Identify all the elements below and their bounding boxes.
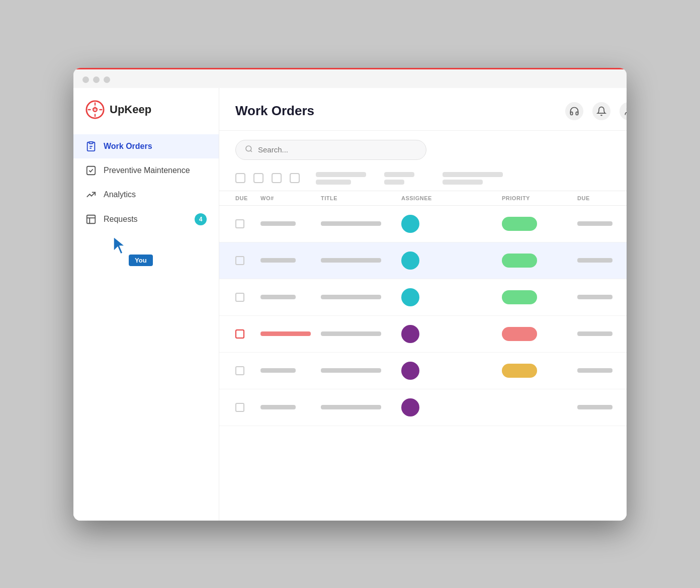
assignee-dot-3 xyxy=(401,288,419,306)
col-wo: WO# xyxy=(260,195,321,201)
table-row[interactable] xyxy=(219,389,627,426)
row-title-1 xyxy=(321,221,381,226)
table-row[interactable] xyxy=(219,316,627,353)
filter-checkbox-3[interactable] xyxy=(272,173,282,183)
sidebar-label-work-orders: Work Orders xyxy=(104,142,152,151)
row-title-3 xyxy=(321,295,381,299)
window-dot-maximize[interactable] xyxy=(104,76,110,83)
table-header: DUE WO# TITLE ASSIGNEE PRIORITY DUE xyxy=(219,191,627,206)
svg-rect-6 xyxy=(87,215,96,223)
row-checkbox-5[interactable] xyxy=(235,366,244,375)
row-title-2 xyxy=(321,258,381,263)
window-dot-close[interactable] xyxy=(82,76,89,83)
filter-checkbox-2[interactable] xyxy=(253,173,264,183)
row-priority-5 xyxy=(502,364,537,378)
clipboard-icon xyxy=(85,141,97,152)
user-icon xyxy=(624,106,627,116)
row-wo-2 xyxy=(260,258,296,263)
row-due-2 xyxy=(577,258,612,263)
row-wo-1 xyxy=(260,221,296,226)
row-priority-2 xyxy=(502,254,537,268)
row-wo-5 xyxy=(260,368,296,373)
sidebar-label-analytics: Analytics xyxy=(104,190,136,199)
requests-badge: 4 xyxy=(195,213,207,225)
row-due-5 xyxy=(577,368,612,373)
window-dot-minimize[interactable] xyxy=(93,76,100,83)
title-bar xyxy=(73,68,627,88)
row-checkbox-1[interactable] xyxy=(235,219,244,228)
row-checkbox-6[interactable] xyxy=(235,403,244,412)
assignee-dot-6 xyxy=(401,398,419,416)
filter-checkbox-1[interactable] xyxy=(235,173,245,183)
row-assignee-2 xyxy=(401,251,502,270)
sidebar-label-preventive-maintenance: Preventive Maintenence xyxy=(104,166,190,175)
sidebar-item-work-orders[interactable]: Work Orders xyxy=(73,134,219,158)
logo-text: UpKeep xyxy=(110,103,151,116)
row-priority-4 xyxy=(502,327,537,341)
row-assignee-6 xyxy=(401,398,502,416)
row-priority-6 xyxy=(502,400,537,414)
search-icon xyxy=(245,145,253,155)
row-priority-1 xyxy=(502,217,537,231)
sidebar-item-requests[interactable]: Requests 4 xyxy=(73,207,219,232)
row-title-4 xyxy=(321,331,381,336)
table-row[interactable] xyxy=(219,353,627,389)
table-row[interactable] xyxy=(219,242,627,279)
headphones-icon xyxy=(569,106,579,116)
sidebar: UpKeep Work Orders xyxy=(73,88,219,521)
you-badge: You xyxy=(129,255,153,266)
search-bar[interactable] xyxy=(235,140,426,160)
inbox-icon xyxy=(85,214,97,225)
col-due-left: DUE xyxy=(235,195,260,201)
svg-rect-5 xyxy=(87,166,96,175)
app-container: UpKeep Work Orders xyxy=(73,88,627,521)
cursor-icon xyxy=(114,237,129,255)
svg-marker-7 xyxy=(114,237,125,254)
main-header: Work Orders xyxy=(219,88,627,131)
row-wo-4 xyxy=(260,331,311,336)
row-priority-3 xyxy=(502,290,537,304)
col-priority: PRIORITY xyxy=(502,195,577,201)
row-assignee-3 xyxy=(401,288,502,306)
user-button[interactable] xyxy=(620,102,627,120)
logo-icon xyxy=(85,100,105,119)
assignee-dot-4 xyxy=(401,325,419,343)
filter-checkbox-4[interactable] xyxy=(290,173,300,183)
row-checkbox-4[interactable] xyxy=(235,329,244,339)
row-due-6 xyxy=(577,405,612,409)
bell-icon xyxy=(596,106,606,116)
row-assignee-5 xyxy=(401,362,502,380)
svg-line-10 xyxy=(250,150,252,152)
header-actions xyxy=(565,102,627,120)
svg-rect-2 xyxy=(89,141,93,143)
row-title-6 xyxy=(321,405,381,409)
assignee-dot-1 xyxy=(401,215,419,233)
row-checkbox-2[interactable] xyxy=(235,256,244,265)
sidebar-item-preventive-maintenance[interactable]: Preventive Maintenence xyxy=(73,158,219,183)
col-assignee: ASSIGNEE xyxy=(401,195,502,201)
table-row[interactable] xyxy=(219,279,627,316)
search-input[interactable] xyxy=(258,145,417,154)
col-due-right: DUE xyxy=(577,195,627,201)
app-window: UpKeep Work Orders xyxy=(73,68,627,521)
chart-icon xyxy=(85,189,97,200)
assignee-dot-5 xyxy=(401,362,419,380)
notification-button[interactable] xyxy=(592,102,610,120)
cursor-area: You xyxy=(104,237,219,297)
row-wo-6 xyxy=(260,405,296,409)
sidebar-item-analytics[interactable]: Analytics xyxy=(73,183,219,207)
search-bar-wrap xyxy=(219,131,627,166)
headphones-button[interactable] xyxy=(565,102,583,120)
main-content: Work Orders xyxy=(219,88,627,521)
svg-point-9 xyxy=(246,146,251,151)
row-due-1 xyxy=(577,221,612,226)
row-checkbox-3[interactable] xyxy=(235,293,244,302)
sidebar-nav: Work Orders Preventive Maintenence xyxy=(73,134,219,232)
sidebar-label-requests: Requests xyxy=(104,215,138,224)
row-title-5 xyxy=(321,368,381,373)
row-assignee-4 xyxy=(401,325,502,343)
checkmark-icon xyxy=(85,165,97,176)
filter-row xyxy=(219,166,627,191)
table-row[interactable] xyxy=(219,206,627,242)
row-due-4 xyxy=(577,331,612,336)
